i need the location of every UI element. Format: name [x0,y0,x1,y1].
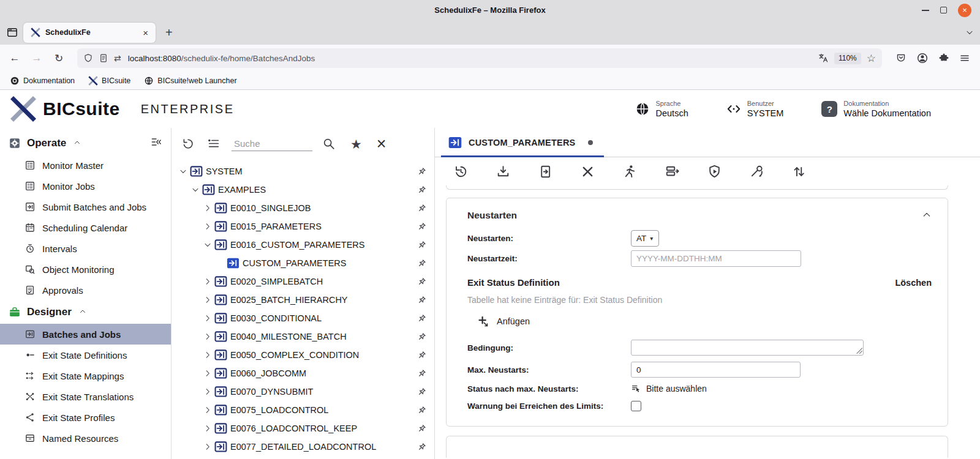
site-info-icon[interactable] [99,53,108,63]
sidebar-item-exit-state-definitions[interactable]: Exit State Definitions [0,345,171,365]
pin-icon[interactable] [417,332,426,341]
url-bar[interactable]: ⇄ localhost:8080/schedulix-fe/home/Batch… [77,48,882,68]
restart-time-input[interactable] [631,250,801,267]
close-window-icon[interactable]: × [958,4,971,17]
chevron-right-icon[interactable] [203,314,212,323]
sidebar-item-monitor-master[interactable]: Monitor Master [0,155,171,176]
sidebar-item-exit-state-mappings[interactable]: Exit State Mappings [0,365,171,386]
pin-icon[interactable] [417,241,426,250]
pin-icon[interactable] [417,406,426,415]
header-benutzer[interactable]: BenutzerSYSTEM [726,100,784,118]
chevron-right-icon[interactable] [203,406,212,414]
bookmark-star-icon[interactable]: ☆ [867,52,876,65]
header-dokumentation[interactable]: ?DokumentationWähle Dokumentation [821,100,931,118]
chevron-right-icon[interactable] [203,222,212,231]
pin-icon[interactable] [417,296,426,305]
menu-icon[interactable] [959,53,970,64]
tab-close-icon[interactable]: × [140,28,151,38]
tree-node-e0077-detailed-loadcontrol[interactable]: E0077_DETAILED_LOADCONTROL [172,438,434,456]
chevron-right-icon[interactable] [203,369,212,378]
pin-icon[interactable] [417,222,426,231]
run-icon[interactable] [622,164,638,179]
tree-node-e0020-simplebatch[interactable]: E0020_SIMPLEBATCH [172,272,434,291]
sort-icon[interactable] [791,164,807,179]
pin-icon[interactable] [417,259,426,268]
rerun-icon[interactable] [538,164,553,179]
chevron-right-icon[interactable] [203,387,212,396]
collapse-sidebar-icon[interactable] [150,136,162,151]
clear-icon[interactable]: × [377,136,386,152]
tree-node-e0060-jobcomm[interactable]: E0060_JOBCOMM [172,364,434,382]
firefox-view-icon[interactable] [6,26,18,39]
resize-handle-icon[interactable] [856,348,862,354]
delete-button[interactable]: Löschen [895,278,932,288]
back-icon[interactable]: ← [7,52,22,64]
restart-select[interactable]: AT ▾ [631,230,659,247]
condition-input[interactable] [631,340,864,356]
chevron-right-icon[interactable] [203,424,212,433]
maximize-icon[interactable] [940,7,947,13]
filter-list-icon[interactable] [207,137,221,151]
search-icon[interactable] [322,137,336,151]
sidebar-item-scheduling-calendar[interactable]: Scheduling Calendar [0,217,171,238]
max-restarts-input[interactable] [631,362,801,378]
search-input[interactable] [232,136,312,151]
tree-node-custom-parameters[interactable]: CUSTOM_PARAMETERS [172,254,434,272]
tracking-shield-icon[interactable] [83,53,93,63]
tree-node-e0015-parameters[interactable]: E0015_PARAMETERS [172,217,434,236]
minimize-icon[interactable] [922,10,929,11]
pin-icon[interactable] [417,424,426,433]
forward-icon[interactable]: → [29,52,44,64]
chevron-right-icon[interactable] [203,332,212,341]
zoom-indicator[interactable]: 110% [834,53,861,64]
batch-run-icon[interactable] [665,164,680,179]
bookmark-bicsuite-web-launcher[interactable]: BICsuite!web Launcher [144,76,236,86]
chevron-down-icon[interactable] [179,167,187,176]
sidebar-item-submit-batches-and-jobs[interactable]: Submit Batches and Jobs [0,196,171,217]
bookmark-bicsuite[interactable]: BICsuite [88,76,130,86]
sidebar-item-exit-state-translations[interactable]: Exit State Translations [0,386,171,407]
maintenance-icon[interactable] [749,164,764,179]
tree-node-e0010-singlejob[interactable]: E0010_SINGLEJOB [172,199,434,217]
sidebar-section-operate[interactable]: Operate [0,132,171,155]
tree-node-e0030-conditional[interactable]: E0030_CONDITIONAL [172,309,434,327]
favorites-star-icon[interactable]: ★ [350,138,362,151]
tree-node-e0075-loadcontrol[interactable]: E0075_LOADCONTROL [172,401,434,419]
chevron-right-icon[interactable] [203,277,212,286]
close-x-icon[interactable] [580,164,595,179]
chevron-right-icon[interactable] [203,204,212,212]
pin-icon[interactable] [417,204,426,213]
tree-node-e0070-dynsubmit[interactable]: E0070_DYNSUBMIT [172,382,434,401]
chevron-right-icon[interactable] [203,442,212,451]
tree-node-e0016-custom-parameters[interactable]: E0016_CUSTOM_PARAMETERS [172,236,434,254]
sidebar-section-designer[interactable]: Designer [0,300,171,324]
tree-node-system[interactable]: SYSTEM [172,162,434,181]
sidebar-item-named-resources[interactable]: Named Resources [0,428,171,449]
sidebar-item-batches-and-jobs[interactable]: Batches and Jobs [0,324,171,345]
sidebar-item-approvals[interactable]: Approvals [0,280,171,300]
translate-icon[interactable] [818,53,829,64]
add-row[interactable]: Anfügen [467,315,932,327]
pin-icon[interactable] [417,351,426,360]
sidebar-item-intervals[interactable]: Intervals [0,238,171,259]
reset-icon[interactable] [181,137,195,151]
warning-checkbox[interactable] [631,401,641,411]
detail-tab-custom-parameters[interactable]: CUSTOM_PARAMETERS [441,128,604,157]
sidebar-item-exit-state-profiles[interactable]: Exit State Profiles [0,407,171,428]
tree-node-examples[interactable]: EXAMPLES [172,181,434,199]
pin-icon[interactable] [417,369,426,378]
pin-icon[interactable] [417,442,426,452]
tree-node-e0025-batch-hierarchy[interactable]: E0025_BATCH_HIERARCHY [172,291,434,309]
pin-icon[interactable] [417,185,426,195]
permissions-icon[interactable]: ⇄ [114,53,121,63]
chevron-down-icon[interactable] [203,241,212,249]
new-tab-button[interactable]: + [160,26,178,40]
pin-icon[interactable] [417,277,426,286]
browser-tab[interactable]: SchedulixFe × [23,23,156,43]
list-tabs-icon[interactable] [965,28,974,37]
pin-icon[interactable] [417,167,426,176]
chevron-down-icon[interactable] [191,185,200,194]
tree-node-e0076-loadcontrol-keep[interactable]: E0076_LOADCONTROL_KEEP [172,419,434,438]
reload-icon[interactable]: ↻ [51,52,66,65]
status-after-select[interactable]: Bitte auswählen [631,384,707,394]
